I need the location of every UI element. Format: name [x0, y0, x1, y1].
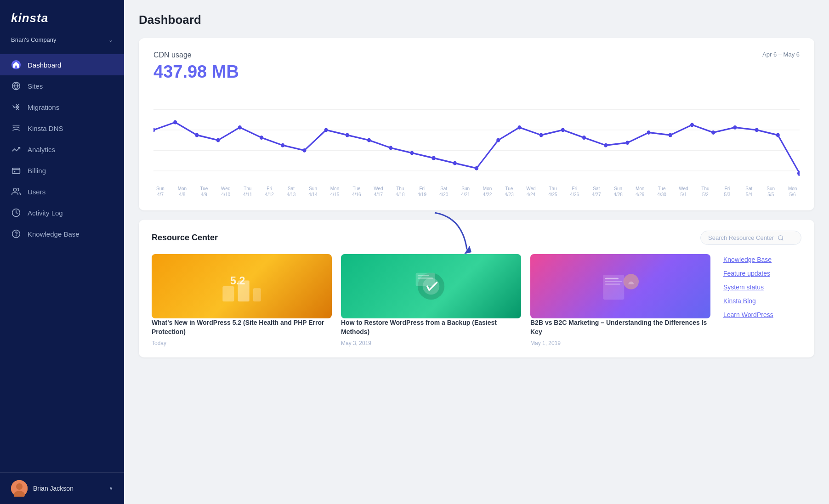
chart-x-axis: Sun4/7Mon4/8Tue4/9Wed4/10Thu4/11Fri4/12S… [153, 186, 800, 198]
x-axis-label: Sun4/28 [611, 186, 625, 198]
main-content: Dashboard CDN usage Apr 6 – May 6 437.98… [124, 0, 829, 504]
sidebar-item-dashboard[interactable]: Dashboard [0, 54, 124, 75]
cdn-date-range: Apr 6 – May 6 [762, 51, 800, 58]
svg-rect-58 [418, 275, 429, 276]
x-axis-label: Mon4/8 [175, 186, 189, 198]
svg-line-49 [782, 239, 784, 240]
article-card-3[interactable]: B2B vs B2C Marketing – Understanding the… [530, 254, 710, 346]
activity-icon [11, 208, 21, 218]
cdn-label: CDN usage [153, 51, 192, 59]
x-axis-label: Wed4/10 [219, 186, 233, 198]
sidebar-item-sites[interactable]: Sites [0, 75, 124, 96]
svg-point-35 [539, 133, 543, 137]
help-icon [11, 229, 21, 239]
article-image-2 [341, 254, 521, 318]
x-axis-label: Thu4/18 [393, 186, 407, 198]
search-placeholder-text: Search Resource Center [708, 234, 774, 241]
cdn-value: 437.98 MB [153, 62, 800, 82]
sidebar-item-billing[interactable]: Billing [0, 160, 124, 181]
x-axis-label: Fri4/12 [262, 186, 276, 198]
resource-center-card: Resource Center Search Resource Center [139, 220, 814, 357]
resource-link-4[interactable]: Learn WordPress [723, 311, 801, 318]
resource-search[interactable]: Search Resource Center [700, 231, 801, 245]
articles-grid: 5.2 What's New in WordPress 5.2 (Site He… [152, 254, 710, 346]
sidebar-item-label-billing: Billing [28, 167, 46, 175]
company-selector[interactable]: Brian's Company ⌄ [0, 33, 124, 51]
x-axis-label: Wed4/17 [371, 186, 385, 198]
svg-rect-53 [253, 288, 261, 301]
x-axis-label: Sat4/20 [437, 186, 451, 198]
svg-rect-59 [418, 277, 433, 279]
kinsta-logo: kinsta [11, 10, 113, 28]
svg-point-33 [496, 138, 500, 142]
svg-point-21 [238, 125, 242, 130]
user-footer[interactable]: Brian Jackson ∧ [0, 472, 124, 504]
resource-link-0[interactable]: Knowledge Base [723, 256, 801, 263]
sidebar-item-label-users: Users [28, 188, 45, 196]
svg-point-44 [733, 125, 737, 130]
sidebar-item-knowledge-base[interactable]: Knowledge Base [0, 223, 124, 244]
svg-point-39 [625, 141, 629, 145]
sidebar-item-analytics[interactable]: Analytics [0, 139, 124, 160]
sidebar-item-label-activity: Activity Log [28, 209, 63, 217]
cdn-card: CDN usage Apr 6 – May 6 437.98 MB [139, 38, 814, 210]
svg-point-6 [13, 188, 17, 192]
x-axis-label: Thu5/2 [698, 186, 712, 198]
svg-point-38 [604, 143, 608, 147]
x-axis-label: Thu4/11 [241, 186, 255, 198]
resource-link-2[interactable]: System status [723, 283, 801, 291]
svg-point-25 [324, 128, 328, 132]
article-title-1: What's New in WordPress 5.2 (Site Health… [152, 318, 332, 336]
svg-point-30 [432, 156, 436, 160]
svg-point-41 [669, 133, 672, 137]
x-axis-label: Mon4/22 [481, 186, 494, 198]
x-axis-label: Fri4/26 [568, 186, 581, 198]
x-axis-label: Sun5/5 [764, 186, 778, 198]
svg-point-45 [755, 128, 759, 132]
users-icon [11, 187, 21, 197]
avatar [11, 480, 28, 497]
sidebar-item-activity-log[interactable]: Activity Log [0, 202, 124, 223]
sidebar-item-users[interactable]: Users [0, 181, 124, 202]
x-axis-label: Tue4/23 [502, 186, 516, 198]
x-axis-label: Sat4/27 [590, 186, 603, 198]
svg-point-27 [367, 138, 371, 142]
svg-point-48 [778, 235, 783, 239]
home-icon [11, 60, 21, 70]
sidebar: kinsta Brian's Company ⌄ Dashboard [0, 0, 124, 504]
sidebar-item-migrations[interactable]: Migrations [0, 96, 124, 118]
svg-point-42 [690, 123, 694, 127]
article-date-1: Today [152, 340, 332, 346]
search-icon [778, 235, 784, 241]
sidebar-item-label-migrations: Migrations [28, 103, 59, 111]
x-axis-label: Sun4/7 [153, 186, 167, 198]
sidebar-item-label-kinsta-dns: Kinsta DNS [28, 125, 63, 132]
article-image-3 [530, 254, 710, 318]
svg-rect-51 [222, 286, 234, 301]
svg-point-28 [389, 146, 392, 150]
x-axis-label: Wed5/1 [677, 186, 691, 198]
svg-marker-50 [464, 246, 471, 254]
sidebar-item-kinsta-dns[interactable]: Kinsta DNS [0, 118, 124, 139]
article-date-3: May 1, 2019 [530, 340, 710, 346]
x-axis-label: Sat4/13 [284, 186, 298, 198]
svg-point-5 [14, 171, 15, 172]
sidebar-item-label-sites: Sites [28, 82, 43, 90]
article-card-2[interactable]: How to Restore WordPress from a Backup (… [341, 254, 521, 346]
svg-point-43 [711, 130, 715, 135]
x-axis-label: Tue4/9 [197, 186, 211, 198]
article-image-1: 5.2 [152, 254, 332, 318]
svg-point-34 [517, 125, 521, 130]
article-card-1[interactable]: 5.2 What's New in WordPress 5.2 (Site He… [152, 254, 332, 346]
svg-point-26 [346, 133, 349, 137]
svg-point-23 [281, 143, 284, 147]
svg-point-37 [582, 136, 586, 140]
resource-link-3[interactable]: Kinsta Blog [723, 297, 801, 305]
article-title-3: B2B vs B2C Marketing – Understanding the… [530, 318, 710, 336]
sidebar-item-label-knowledge-base: Knowledge Base [28, 230, 79, 238]
article-title-2: How to Restore WordPress from a Backup (… [341, 318, 521, 336]
resource-link-1[interactable]: Feature updates [723, 270, 801, 277]
x-axis-label: Sat5/4 [742, 186, 756, 198]
svg-rect-62 [605, 281, 623, 282]
user-name: Brian Jackson [33, 485, 74, 492]
